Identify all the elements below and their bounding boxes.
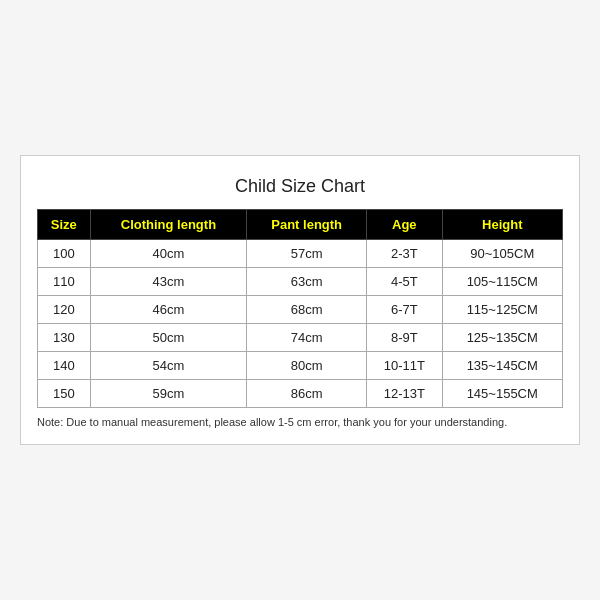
cell-pant_length: 57cm xyxy=(247,240,367,268)
column-header-size: Size xyxy=(38,210,91,240)
size-chart-card: Child Size Chart SizeClothing lengthPant… xyxy=(20,155,580,445)
column-header-clothing-length: Clothing length xyxy=(90,210,247,240)
table-row: 12046cm68cm6-7T115~125CM xyxy=(38,296,563,324)
table-row: 13050cm74cm8-9T125~135CM xyxy=(38,324,563,352)
cell-size: 150 xyxy=(38,380,91,408)
table-row: 14054cm80cm10-11T135~145CM xyxy=(38,352,563,380)
cell-size: 100 xyxy=(38,240,91,268)
column-header-pant-length: Pant length xyxy=(247,210,367,240)
cell-age: 4-5T xyxy=(367,268,442,296)
cell-pant_length: 86cm xyxy=(247,380,367,408)
cell-clothing_length: 43cm xyxy=(90,268,247,296)
column-header-age: Age xyxy=(367,210,442,240)
size-table: SizeClothing lengthPant lengthAgeHeight … xyxy=(37,209,563,408)
cell-age: 8-9T xyxy=(367,324,442,352)
cell-clothing_length: 59cm xyxy=(90,380,247,408)
cell-size: 110 xyxy=(38,268,91,296)
cell-height: 145~155CM xyxy=(442,380,563,408)
table-row: 11043cm63cm4-5T105~115CM xyxy=(38,268,563,296)
cell-pant_length: 80cm xyxy=(247,352,367,380)
table-row: 10040cm57cm2-3T90~105CM xyxy=(38,240,563,268)
cell-size: 120 xyxy=(38,296,91,324)
cell-clothing_length: 46cm xyxy=(90,296,247,324)
cell-pant_length: 74cm xyxy=(247,324,367,352)
cell-size: 130 xyxy=(38,324,91,352)
cell-height: 125~135CM xyxy=(442,324,563,352)
cell-clothing_length: 54cm xyxy=(90,352,247,380)
cell-height: 90~105CM xyxy=(442,240,563,268)
cell-pant_length: 68cm xyxy=(247,296,367,324)
cell-age: 12-13T xyxy=(367,380,442,408)
cell-age: 2-3T xyxy=(367,240,442,268)
cell-age: 6-7T xyxy=(367,296,442,324)
cell-age: 10-11T xyxy=(367,352,442,380)
cell-height: 115~125CM xyxy=(442,296,563,324)
cell-pant_length: 63cm xyxy=(247,268,367,296)
chart-title: Child Size Chart xyxy=(37,176,563,197)
column-header-height: Height xyxy=(442,210,563,240)
cell-height: 135~145CM xyxy=(442,352,563,380)
cell-height: 105~115CM xyxy=(442,268,563,296)
cell-clothing_length: 40cm xyxy=(90,240,247,268)
table-row: 15059cm86cm12-13T145~155CM xyxy=(38,380,563,408)
note-text: Note: Due to manual measurement, please … xyxy=(37,416,563,428)
cell-clothing_length: 50cm xyxy=(90,324,247,352)
cell-size: 140 xyxy=(38,352,91,380)
